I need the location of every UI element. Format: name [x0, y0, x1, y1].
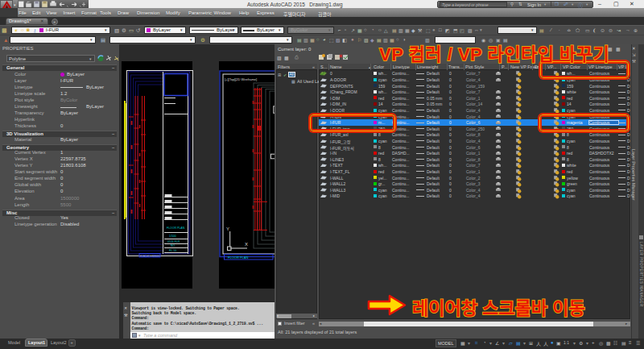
svg-text:Y: Y: [226, 226, 229, 231]
svg-text:SCALE : 1/100: SCALE : 1/100: [141, 255, 159, 258]
svg-text:[+][Top][2D Wireframe]: [+][Top][2D Wireframe]: [225, 77, 257, 81]
svg-text:0516 FLR: 0516 FLR: [167, 240, 180, 243]
svg-text:FLOOR PLAN: FLOOR PLAN: [167, 226, 185, 230]
svg-text:1/100: 1/100: [169, 235, 176, 238]
svg-text:NO: NO: [171, 244, 175, 247]
svg-text:X: X: [245, 242, 248, 247]
svg-text:FL-10: FL-10: [169, 249, 176, 252]
svg-text:FLOOR PLAN: FLOOR PLAN: [228, 256, 248, 260]
